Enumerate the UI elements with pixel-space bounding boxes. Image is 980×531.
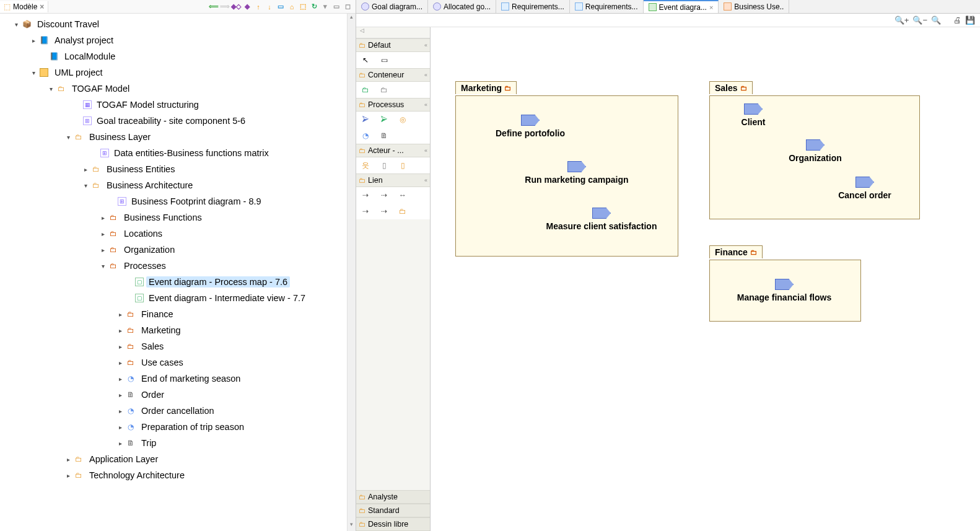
package-tab-sales[interactable]: Sales 🗀: [709, 81, 753, 94]
link3-tool-icon[interactable]: ↔: [396, 190, 409, 201]
back-arrow-icon[interactable]: ⟸: [209, 2, 218, 11]
twisty-open-icon[interactable]: [28, 69, 38, 76]
twisty-closed-icon[interactable]: [98, 247, 108, 253]
up-arrow-icon[interactable]: ↑: [254, 2, 263, 11]
sync-icon[interactable]: ◆: [243, 2, 252, 11]
package-tool-icon[interactable]: 🗀: [359, 84, 372, 95]
tree-item-analyst[interactable]: 📘 Analyst project: [2, 32, 356, 48]
close-icon[interactable]: ×: [40, 2, 44, 11]
twisty-open-icon[interactable]: [98, 263, 108, 270]
org-tool-icon[interactable]: ▯: [396, 160, 409, 171]
twisty-open-icon[interactable]: [63, 134, 73, 141]
palette-group-link[interactable]: 🗀 Lien «: [356, 173, 430, 187]
palette-group-process[interactable]: 🗀 Processus «: [356, 98, 430, 112]
twisty-closed-icon[interactable]: [115, 359, 125, 366]
tree-item-usecases[interactable]: 🗀 Use cases: [2, 354, 356, 371]
process-manage-flows[interactable]: Manage financial flows: [716, 279, 852, 302]
link5-tool-icon[interactable]: ⇢: [377, 206, 391, 217]
twisty-closed-icon[interactable]: [28, 37, 38, 44]
tree-item-bizentities[interactable]: 🗀 Business Entities: [2, 161, 356, 177]
twisty-open-icon[interactable]: [11, 21, 21, 28]
forward-arrow-icon[interactable]: ⟹: [221, 2, 229, 11]
document-tool-icon[interactable]: 🗎: [377, 130, 391, 141]
print-icon[interactable]: 🖨: [953, 15, 961, 25]
tree-item-sales[interactable]: 🗀 Sales: [2, 338, 356, 354]
package-sales[interactable]: Sales 🗀 Client Organization Cancel order: [709, 95, 920, 219]
zoom-out-icon[interactable]: 🔍−: [912, 15, 927, 25]
tree-item-event-inter[interactable]: ▢ Event diagram - Intermediate view - 7.…: [2, 290, 356, 306]
tree-item-localmodule[interactable]: 📘 LocalModule: [2, 48, 356, 64]
process-client[interactable]: Client: [716, 103, 790, 127]
twisty-closed-icon[interactable]: [63, 472, 73, 479]
down-arrow-icon[interactable]: ↓: [265, 2, 274, 11]
zoom-in-icon[interactable]: 🔍+: [895, 15, 909, 25]
role-tool-icon[interactable]: ▯: [377, 160, 391, 171]
scroll-down-icon[interactable]: ▾: [348, 521, 356, 531]
tree-item-togaf[interactable]: 🗀 TOGAF Model: [2, 81, 356, 97]
process-measure-satisfaction[interactable]: Measure client satisfaction: [524, 208, 679, 231]
twisty-closed-icon[interactable]: [115, 327, 125, 334]
tree-item-order-cancel[interactable]: ◔ Order cancellation: [2, 403, 356, 419]
tree-item-trip[interactable]: 🗎 Trip: [2, 435, 356, 451]
twisty-closed-icon[interactable]: [115, 392, 125, 398]
twisty-closed-icon[interactable]: [81, 166, 90, 173]
palette-collapse-arrow-icon[interactable]: ◁: [356, 27, 430, 38]
link1-tool-icon[interactable]: ⇢: [359, 190, 372, 201]
tree-item-goaltrace[interactable]: ⊞ Goal traceability - site component 5-6: [2, 113, 356, 129]
model-tree[interactable]: 📦 Discount Travel 📘 Analyst project 📘 Lo…: [0, 14, 356, 486]
palette-group-default[interactable]: 🗀 Défaut «: [356, 38, 430, 52]
zoom-fit-icon[interactable]: 🔍: [931, 15, 941, 25]
process-define-portfolio[interactable]: Define portofolio: [468, 115, 592, 138]
diagram-canvas[interactable]: Marketing 🗀 Define portofolio Run market…: [431, 27, 980, 531]
tree-item-bizarch[interactable]: 🗀 Business Architecture: [2, 177, 356, 193]
vertical-scrollbar[interactable]: ▴ ▾: [347, 14, 356, 531]
link-folder-tool-icon[interactable]: 🗀: [396, 206, 409, 217]
tree-item-bizfunc[interactable]: 🗀 Business Functions: [2, 209, 356, 226]
tree-item-bizlayer[interactable]: 🗀 Business Layer: [2, 129, 356, 145]
refresh-icon[interactable]: ↻: [310, 2, 318, 11]
marquee-tool-icon[interactable]: ▭: [377, 55, 391, 66]
process-tool-icon[interactable]: ⮚: [359, 114, 372, 125]
palette-group-standard[interactable]: 🗀 Standard: [356, 504, 430, 517]
palette-group-container[interactable]: 🗀 Conteneur «: [356, 68, 430, 82]
minimize-icon[interactable]: ▭: [332, 2, 341, 11]
close-icon[interactable]: ×: [709, 4, 713, 11]
maximize-icon[interactable]: ◻: [343, 2, 352, 11]
tab-goal-diagram[interactable]: Goal diagram...: [356, 0, 428, 13]
process-run-campaign[interactable]: Run marketing campaign: [499, 161, 654, 185]
twisty-closed-icon[interactable]: [98, 230, 108, 237]
twisty-closed-icon[interactable]: [115, 311, 125, 318]
twisty-closed-icon[interactable]: [98, 214, 108, 221]
twisty-open-icon[interactable]: [81, 182, 90, 189]
tree-item-order[interactable]: 🗎 Order: [2, 387, 356, 403]
tree-item-event-map[interactable]: ▢ Event diagram - Process map - 7.6: [2, 274, 356, 290]
twisty-closed-icon[interactable]: [115, 343, 125, 350]
tree-item-locations[interactable]: 🗀 Locations: [2, 226, 356, 242]
package-marketing[interactable]: Marketing 🗀 Define portofolio Run market…: [455, 95, 678, 257]
tree-item-togaf-struct[interactable]: ▦ TOGAF Model structuring: [2, 97, 356, 113]
process-green-tool-icon[interactable]: ⮚: [377, 114, 391, 125]
tree-item-uml[interactable]: UML project: [2, 64, 356, 81]
tab-business-usecase[interactable]: Business Use..: [719, 0, 789, 13]
tree-item-organization[interactable]: 🗀 Organization: [2, 242, 356, 258]
pointer-tool-icon[interactable]: ↖: [359, 55, 372, 66]
palette-group-analyste[interactable]: 🗀 Analyste: [356, 490, 430, 504]
actor-tool-icon[interactable]: 웃: [359, 160, 372, 171]
collapse-icon[interactable]: ▭: [276, 2, 285, 11]
view-menu-icon[interactable]: ▾: [321, 2, 330, 11]
tab-allocated-goals[interactable]: Allocated go...: [428, 0, 496, 13]
twisty-closed-icon[interactable]: [115, 424, 125, 431]
tab-requirements-1[interactable]: Requirements...: [496, 0, 570, 13]
tree-item-prep-trip[interactable]: ◔ Preparation of trip season: [2, 419, 356, 435]
interface-tool-icon[interactable]: ◎: [396, 114, 409, 125]
twisty-closed-icon[interactable]: [115, 375, 125, 382]
save-icon[interactable]: 💾: [965, 15, 975, 25]
link4-tool-icon[interactable]: ⇢: [359, 206, 372, 217]
package-tab-marketing[interactable]: Marketing 🗀: [455, 81, 517, 94]
twisty-closed-icon[interactable]: [115, 440, 125, 447]
tree-item-marketing[interactable]: 🗀 Marketing: [2, 322, 356, 338]
package-tab-finance[interactable]: Finance 🗀: [709, 245, 763, 258]
tab-requirements-2[interactable]: Requirements...: [570, 0, 644, 13]
model-view-tab[interactable]: ⬚ Modèle ×: [0, 1, 48, 12]
tree-item-end-season[interactable]: ◔ End of marketing season: [2, 371, 356, 387]
